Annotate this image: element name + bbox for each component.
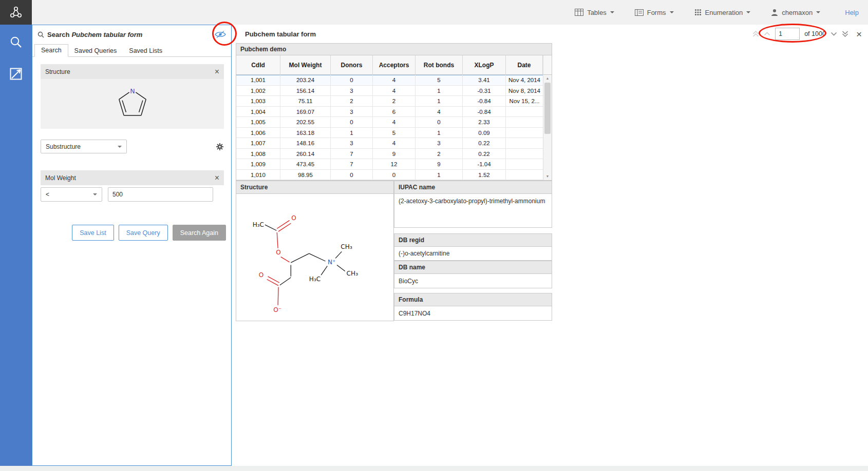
grid-cell[interactable]: 1,001 bbox=[236, 75, 280, 86]
grid-cell[interactable]: 3 bbox=[331, 86, 373, 96]
table-row[interactable]: 1,009473.457129-1.04 bbox=[236, 159, 543, 170]
grid-cell[interactable] bbox=[506, 159, 543, 170]
table-row[interactable]: 1,007148.163430.22 bbox=[236, 138, 543, 149]
table-row[interactable]: 1,01098.950011.52 bbox=[236, 170, 543, 181]
grid-cell[interactable]: 473.45 bbox=[280, 159, 331, 170]
grid-cell[interactable] bbox=[506, 117, 543, 128]
next-record-button[interactable] bbox=[831, 32, 837, 36]
grid-cell[interactable]: 169.07 bbox=[280, 107, 331, 117]
grid-cell[interactable]: 3.41 bbox=[463, 75, 506, 86]
grid-cell[interactable] bbox=[506, 107, 543, 117]
prev-record-button[interactable] bbox=[764, 32, 770, 36]
grid-cell[interactable]: 3 bbox=[331, 138, 373, 149]
table-row[interactable]: 1,006163.181510.09 bbox=[236, 128, 543, 139]
grid-cell[interactable]: 0 bbox=[331, 170, 373, 181]
grid-cell[interactable]: 3 bbox=[416, 138, 463, 149]
grid-cell[interactable] bbox=[506, 138, 543, 149]
close-icon[interactable]: × bbox=[215, 68, 219, 76]
grid-cell[interactable]: 4 bbox=[416, 107, 463, 117]
grid-cell[interactable]: 0.22 bbox=[463, 149, 506, 160]
grid-cell[interactable]: 163.18 bbox=[280, 128, 331, 139]
grid-cell[interactable]: 2 bbox=[373, 96, 416, 107]
scrollbar-track[interactable]: ▲ ▼ bbox=[543, 75, 552, 180]
gear-icon[interactable] bbox=[216, 143, 224, 151]
grid-cell[interactable]: 9 bbox=[373, 149, 416, 160]
grid-cell[interactable]: 1,010 bbox=[236, 170, 280, 181]
menu-forms[interactable]: Forms bbox=[635, 9, 674, 16]
user-menu[interactable]: chemaxon bbox=[771, 9, 820, 16]
grid-cell[interactable]: Nov 4, 2014 bbox=[506, 75, 543, 86]
sidebar-forms-button[interactable] bbox=[5, 63, 27, 85]
scroll-thumb[interactable] bbox=[544, 83, 551, 134]
grid-cell[interactable]: 1.52 bbox=[463, 170, 506, 181]
scroll-up-arrow[interactable]: ▲ bbox=[543, 75, 552, 82]
grid-cell[interactable]: -0.84 bbox=[463, 107, 506, 117]
grid-cell[interactable]: 5 bbox=[373, 128, 416, 139]
grid-cell[interactable]: 7 bbox=[331, 159, 373, 170]
last-record-button[interactable] bbox=[842, 31, 848, 37]
grid-cell[interactable] bbox=[506, 170, 543, 181]
grid-cell[interactable]: 4 bbox=[373, 86, 416, 96]
column-header[interactable]: Rot bonds bbox=[416, 55, 463, 75]
grid-cell[interactable]: Nov 15, 2... bbox=[506, 96, 543, 107]
grid-cell[interactable]: 0 bbox=[331, 117, 373, 128]
grid-cell[interactable]: 9 bbox=[416, 159, 463, 170]
help-link[interactable]: Help bbox=[845, 9, 859, 16]
grid-cell[interactable]: 4 bbox=[373, 138, 416, 149]
grid-cell[interactable]: 1 bbox=[416, 96, 463, 107]
grid-cell[interactable]: 1 bbox=[416, 128, 463, 139]
operator-select[interactable]: < bbox=[41, 187, 102, 202]
grid-cell[interactable]: 203.24 bbox=[280, 75, 331, 86]
structure-query-canvas[interactable]: N bbox=[41, 79, 224, 129]
scroll-down-arrow[interactable]: ▼ bbox=[543, 173, 552, 180]
column-header[interactable]: Acceptors bbox=[373, 55, 416, 75]
menu-tables[interactable]: Tables bbox=[575, 9, 614, 16]
grid-cell[interactable]: -0.84 bbox=[463, 96, 506, 107]
tab-search[interactable]: Search bbox=[34, 44, 68, 57]
grid-cell[interactable]: 202.55 bbox=[280, 117, 331, 128]
grid-cell[interactable]: 3 bbox=[331, 107, 373, 117]
grid-cell[interactable]: 75.11 bbox=[280, 96, 331, 107]
grid-cell[interactable]: 260.14 bbox=[280, 149, 331, 160]
table-row[interactable]: 1,00375.11221-0.84Nov 15, 2... bbox=[236, 96, 543, 107]
grid-cell[interactable]: 1,004 bbox=[236, 107, 280, 117]
grid-cell[interactable]: 1 bbox=[416, 170, 463, 181]
grid-cell[interactable]: 1,009 bbox=[236, 159, 280, 170]
grid-cell[interactable]: 2.33 bbox=[463, 117, 506, 128]
table-row[interactable]: 1,002156.14341-0.31Nov 8, 2014 bbox=[236, 86, 543, 96]
close-form-button[interactable]: × bbox=[856, 29, 862, 39]
table-row[interactable]: 1,005202.550402.33 bbox=[236, 117, 543, 128]
grid-cell[interactable] bbox=[506, 149, 543, 160]
first-record-button[interactable] bbox=[752, 31, 759, 37]
grid-cell[interactable]: 0.09 bbox=[463, 128, 506, 139]
table-row[interactable]: 1,008260.147920.22 bbox=[236, 149, 543, 160]
grid-cell[interactable]: 1 bbox=[331, 128, 373, 139]
grid-cell[interactable]: 6 bbox=[373, 107, 416, 117]
grid-cell[interactable]: 1,005 bbox=[236, 117, 280, 128]
search-again-button[interactable]: Search Again bbox=[173, 225, 226, 241]
save-query-button[interactable]: Save Query bbox=[119, 225, 168, 241]
grid-cell[interactable]: 1,002 bbox=[236, 86, 280, 96]
close-icon[interactable]: × bbox=[215, 174, 219, 182]
grid-cell[interactable]: 0 bbox=[373, 170, 416, 181]
grid-cell[interactable]: Nov 8, 2014 bbox=[506, 86, 543, 96]
grid-cell[interactable] bbox=[506, 128, 543, 139]
column-header[interactable]: XLogP bbox=[463, 55, 506, 75]
grid-cell[interactable]: 0.22 bbox=[463, 138, 506, 149]
grid-cell[interactable]: 12 bbox=[373, 159, 416, 170]
record-number-input[interactable] bbox=[775, 28, 800, 40]
grid-scrollbar[interactable]: ▲ ▼ bbox=[543, 55, 552, 180]
grid-cell[interactable]: 7 bbox=[331, 149, 373, 160]
grid-cell[interactable]: 2 bbox=[331, 96, 373, 107]
table-row[interactable]: 1,004169.07364-0.84 bbox=[236, 107, 543, 117]
grid-cell[interactable]: 1,003 bbox=[236, 96, 280, 107]
grid-cell[interactable]: 148.16 bbox=[280, 138, 331, 149]
column-header[interactable]: Date bbox=[506, 55, 543, 75]
tab-saved-queries[interactable]: Saved Queries bbox=[68, 45, 123, 57]
tab-saved-lists[interactable]: Saved Lists bbox=[123, 45, 168, 57]
column-header[interactable]: CdId bbox=[236, 55, 280, 75]
column-header[interactable]: Donors bbox=[331, 55, 373, 75]
grid-cell[interactable]: -0.31 bbox=[463, 86, 506, 96]
grid-cell[interactable]: 1 bbox=[416, 86, 463, 96]
grid-cell[interactable]: 98.95 bbox=[280, 170, 331, 181]
